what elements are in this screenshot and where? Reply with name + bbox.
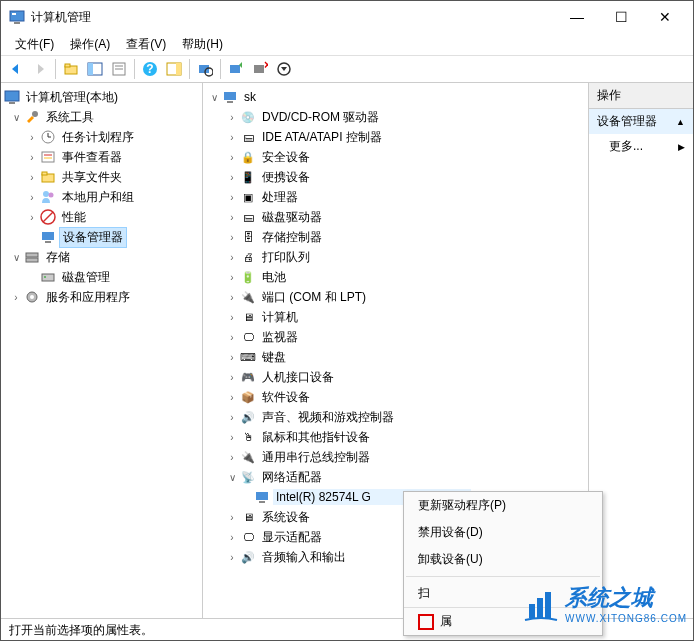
svg-rect-49 — [545, 592, 551, 618]
menu-help[interactable]: 帮助(H) — [176, 34, 229, 55]
device-category-icon: 🔌 — [240, 449, 256, 465]
device-category[interactable]: 网络适配器 — [259, 468, 325, 487]
expand-icon[interactable]: › — [225, 312, 239, 323]
console-tree[interactable]: 计算机管理(本地) ∨系统工具 ›任务计划程序 ›事件查看器 ›共享文件夹 ›本… — [1, 83, 202, 311]
expand-icon[interactable]: › — [225, 212, 239, 223]
up-button[interactable] — [60, 58, 82, 80]
device-category[interactable]: DVD/CD-ROM 驱动器 — [259, 108, 382, 127]
ctx-update-driver[interactable]: 更新驱动程序(P) — [404, 492, 602, 519]
tree-item[interactable]: 性能 — [59, 208, 89, 227]
actions-device-manager[interactable]: 设备管理器▲ — [589, 109, 693, 134]
device-category[interactable]: 键盘 — [259, 348, 289, 367]
device-category[interactable]: 打印队列 — [259, 248, 313, 267]
minimize-button[interactable]: — — [565, 9, 589, 25]
device-category[interactable]: 存储控制器 — [259, 228, 325, 247]
menu-file[interactable]: 文件(F) — [9, 34, 60, 55]
expand-icon[interactable]: › — [225, 232, 239, 243]
device-category[interactable]: 端口 (COM 和 LPT) — [259, 288, 369, 307]
expand-icon[interactable]: › — [225, 412, 239, 423]
expand-icon[interactable]: › — [225, 172, 239, 183]
device-category[interactable]: 鼠标和其他指针设备 — [259, 428, 373, 447]
svg-rect-39 — [42, 274, 54, 281]
device-category[interactable]: 电池 — [259, 268, 289, 287]
back-button[interactable] — [5, 58, 27, 80]
expand-icon[interactable]: › — [225, 372, 239, 383]
expand-icon[interactable]: › — [225, 252, 239, 263]
expand-icon[interactable]: › — [225, 112, 239, 123]
svg-point-32 — [49, 193, 54, 198]
ctx-disable-device[interactable]: 禁用设备(D) — [404, 519, 602, 546]
device-category[interactable]: IDE ATA/ATAPI 控制器 — [259, 128, 385, 147]
device-mgr-icon — [40, 229, 56, 245]
help-button[interactable]: ? — [139, 58, 161, 80]
tree-services[interactable]: 服务和应用程序 — [43, 288, 133, 307]
device-category[interactable]: 便携设备 — [259, 168, 313, 187]
device-root[interactable]: sk — [241, 89, 259, 105]
expand-icon[interactable]: › — [225, 292, 239, 303]
device-category[interactable]: 监视器 — [259, 328, 301, 347]
svg-text:×: × — [264, 61, 268, 72]
scan-hardware-button[interactable] — [194, 58, 216, 80]
tree-root[interactable]: 计算机管理(本地) — [23, 88, 121, 107]
device-category-icon: 🔋 — [240, 269, 256, 285]
expand-icon[interactable]: › — [225, 552, 239, 563]
device-category[interactable]: 声音、视频和游戏控制器 — [259, 408, 397, 427]
expand-icon[interactable]: › — [225, 532, 239, 543]
device-category[interactable]: 系统设备 — [259, 508, 313, 527]
computer-icon — [222, 89, 238, 105]
collapse-icon[interactable]: ∨ — [207, 92, 221, 103]
show-hide-tree-button[interactable] — [84, 58, 106, 80]
expand-icon[interactable]: › — [25, 152, 39, 163]
expand-icon[interactable]: › — [225, 332, 239, 343]
storage-icon — [24, 249, 40, 265]
properties-button[interactable] — [108, 58, 130, 80]
update-driver-button[interactable] — [225, 58, 247, 80]
device-category[interactable]: 处理器 — [259, 188, 301, 207]
tree-sys-tools[interactable]: 系统工具 — [43, 108, 97, 127]
expand-icon[interactable]: › — [225, 132, 239, 143]
collapse-icon[interactable]: ∨ — [9, 252, 23, 263]
expand-icon[interactable]: › — [225, 352, 239, 363]
expand-icon[interactable]: › — [25, 212, 39, 223]
expand-icon[interactable]: › — [25, 132, 39, 143]
expand-icon[interactable]: › — [9, 292, 23, 303]
device-category[interactable]: 软件设备 — [259, 388, 313, 407]
tree-item[interactable]: 任务计划程序 — [59, 128, 137, 147]
expand-icon[interactable]: › — [25, 172, 39, 183]
device-category[interactable]: 计算机 — [259, 308, 301, 327]
uninstall-device-button[interactable]: × — [249, 58, 271, 80]
expand-icon[interactable]: › — [25, 192, 39, 203]
device-category[interactable]: 磁盘驱动器 — [259, 208, 325, 227]
show-hide-action-button[interactable] — [163, 58, 185, 80]
maximize-button[interactable]: ☐ — [609, 9, 633, 25]
tree-item[interactable]: 事件查看器 — [59, 148, 125, 167]
tree-device-manager[interactable]: 设备管理器 — [59, 227, 127, 248]
expand-icon[interactable]: › — [225, 152, 239, 163]
expand-icon[interactable]: › — [225, 512, 239, 523]
expand-icon[interactable]: › — [225, 272, 239, 283]
collapse-icon[interactable]: ∨ — [9, 112, 23, 123]
forward-button[interactable] — [29, 58, 51, 80]
device-category[interactable]: 显示适配器 — [259, 528, 325, 547]
svg-rect-13 — [176, 63, 181, 75]
collapse-icon[interactable]: ∨ — [225, 472, 239, 483]
device-category[interactable]: 通用串行总线控制器 — [259, 448, 373, 467]
actions-more[interactable]: 更多...▶ — [589, 134, 693, 159]
expand-icon[interactable]: › — [225, 392, 239, 403]
menu-action[interactable]: 操作(A) — [64, 34, 116, 55]
expand-icon[interactable]: › — [225, 452, 239, 463]
tree-item[interactable]: 本地用户和组 — [59, 188, 137, 207]
disable-device-button[interactable] — [273, 58, 295, 80]
device-category-icon: 🖥 — [240, 509, 256, 525]
device-category[interactable]: 音频输入和输出 — [259, 548, 349, 567]
expand-icon[interactable]: › — [225, 432, 239, 443]
tree-item[interactable]: 磁盘管理 — [59, 268, 113, 287]
menu-view[interactable]: 查看(V) — [120, 34, 172, 55]
close-button[interactable]: ✕ — [653, 9, 677, 25]
ctx-uninstall-device[interactable]: 卸载设备(U) — [404, 546, 602, 573]
tree-storage[interactable]: 存储 — [43, 248, 73, 267]
expand-icon[interactable]: › — [225, 192, 239, 203]
tree-item[interactable]: 共享文件夹 — [59, 168, 125, 187]
device-category[interactable]: 安全设备 — [259, 148, 313, 167]
device-category[interactable]: 人机接口设备 — [259, 368, 337, 387]
